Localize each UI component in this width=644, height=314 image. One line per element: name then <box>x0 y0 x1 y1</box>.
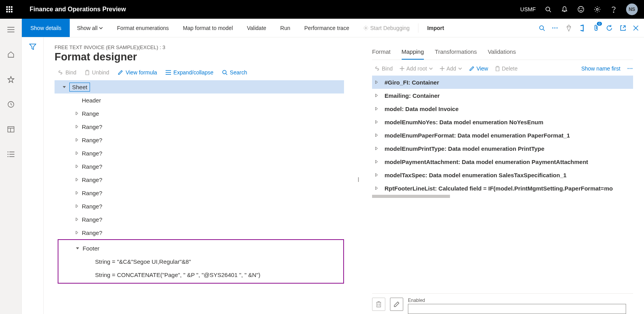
tree-toggle-icon[interactable] <box>75 231 82 235</box>
attachment-icon[interactable]: 0 <box>593 24 599 32</box>
tree-toggle-icon[interactable] <box>374 160 381 164</box>
tree-row[interactable]: Sheet <box>55 80 344 93</box>
office-icon[interactable] <box>579 25 586 32</box>
tree-row[interactable]: Range? <box>55 120 344 133</box>
start-debugging-button[interactable]: Start Debugging <box>356 19 416 37</box>
tree-row[interactable]: Range? <box>55 186 344 199</box>
delete-detail-button[interactable] <box>372 298 385 311</box>
tab-validations[interactable]: Validations <box>488 44 516 60</box>
tree-toggle-icon[interactable] <box>75 138 82 142</box>
mapping-row[interactable]: modelTaxSpec: Data model enumeration Sal… <box>372 168 633 182</box>
tree-toggle-icon[interactable] <box>374 93 381 97</box>
bell-icon[interactable] <box>561 5 568 13</box>
unbind-button[interactable]: Unbind <box>85 69 109 76</box>
user-avatar[interactable]: NS <box>626 4 638 15</box>
tree-toggle-icon[interactable] <box>75 151 82 155</box>
format-tree[interactable]: SheetHeaderRangeRange?Range?Range?Range?… <box>55 80 344 314</box>
mapping-row[interactable]: Emailing: Container <box>372 89 633 102</box>
add-button[interactable]: Add <box>440 65 462 72</box>
validate-button[interactable]: Validate <box>240 19 273 37</box>
tree-row[interactable]: Range? <box>55 213 344 226</box>
mapping-row[interactable]: modelEnumPaperFormat: Data model enumera… <box>372 129 633 142</box>
performance-trace-button[interactable]: Performance trace <box>297 19 356 37</box>
mapping-row[interactable]: modelEnumPrintType: Data model enumerati… <box>372 142 633 155</box>
format-enumerations-button[interactable]: Format enumerations <box>110 19 176 37</box>
tree-toggle-icon[interactable] <box>62 85 69 89</box>
tree-toggle-icon[interactable] <box>76 246 83 250</box>
tree-toggle-icon[interactable] <box>75 178 82 182</box>
mapping-row[interactable]: modelEnumNoYes: Data model enumeration N… <box>372 115 633 129</box>
tree-row[interactable]: String = CONCATENATE("Page", " &P ", "@S… <box>58 268 343 281</box>
tree-row[interactable]: Range? <box>55 226 344 239</box>
tree-row[interactable]: String = "&C&"Segoe UI,Regular"&8" <box>58 255 343 268</box>
clock-icon[interactable] <box>3 97 19 112</box>
view-formula-button[interactable]: View formula <box>118 69 157 76</box>
tree-toggle-icon[interactable] <box>75 164 82 168</box>
show-all-button[interactable]: Show all <box>70 19 110 37</box>
mapping-row[interactable]: RptFooterLineList: Calculated field = IF… <box>372 182 633 195</box>
show-name-first-button[interactable]: Show name first <box>581 65 620 72</box>
tree-toggle-icon[interactable] <box>374 146 381 150</box>
more-mapping-icon[interactable]: ··· <box>627 65 633 72</box>
map-format-button[interactable]: Map format to model <box>176 19 240 37</box>
tree-row[interactable]: Range <box>55 107 344 120</box>
enabled-field[interactable] <box>408 304 626 314</box>
bind-button[interactable]: Bind <box>58 69 76 76</box>
diamond-icon[interactable] <box>565 25 572 32</box>
map-bind-button[interactable]: Bind <box>374 65 393 72</box>
tree-row[interactable]: Range? <box>55 199 344 213</box>
close-icon[interactable] <box>633 25 639 31</box>
star-icon[interactable] <box>3 72 19 87</box>
tree-row[interactable]: Footer <box>58 242 343 255</box>
delete-button[interactable]: Delete <box>495 65 517 72</box>
tab-transformations[interactable]: Transformations <box>435 44 477 60</box>
run-button[interactable]: Run <box>273 19 297 37</box>
smiley-icon[interactable] <box>577 5 585 13</box>
tree-toggle-icon[interactable] <box>75 125 82 129</box>
expand-collapse-button[interactable]: Expand/collapse <box>166 69 213 76</box>
tree-toggle-icon[interactable] <box>374 186 381 190</box>
view-button[interactable]: View <box>469 65 488 72</box>
mapping-row[interactable]: model: Data model Invoice <box>372 102 633 115</box>
tree-row[interactable]: Header <box>55 93 344 107</box>
refresh-icon[interactable] <box>606 25 613 32</box>
tree-toggle-icon[interactable] <box>75 204 82 208</box>
horizontal-scrollbar[interactable] <box>372 195 633 199</box>
show-details-button[interactable]: Show details <box>22 19 70 37</box>
tree-toggle-icon[interactable] <box>374 120 381 124</box>
edit-detail-button[interactable] <box>390 298 403 311</box>
popout-icon[interactable] <box>620 25 626 31</box>
tree-toggle-icon[interactable] <box>374 107 381 111</box>
tree-toggle-icon[interactable] <box>75 111 82 115</box>
filter-icon[interactable] <box>29 44 36 314</box>
splitter[interactable]: || <box>356 44 360 314</box>
add-root-button[interactable]: Add root <box>400 65 433 72</box>
tree-toggle-icon[interactable] <box>374 133 381 137</box>
help-icon[interactable] <box>610 5 618 13</box>
tree-row[interactable]: Range? <box>55 160 344 173</box>
tree-row[interactable]: Range? <box>55 146 344 160</box>
workspace-icon[interactable] <box>3 122 19 137</box>
tree-toggle-icon[interactable] <box>374 173 381 177</box>
tree-row[interactable]: Range? <box>55 133 344 146</box>
mapping-row[interactable]: modelPaymentAttachment: Data model enume… <box>372 155 633 168</box>
modules-icon[interactable] <box>3 146 19 162</box>
search-cmd-icon[interactable] <box>539 25 545 31</box>
tree-toggle-icon[interactable] <box>374 80 381 84</box>
more-icon[interactable]: ··· <box>552 25 558 32</box>
mapping-tree[interactable]: #Giro_FI: ContainerEmailing: Containermo… <box>372 76 633 195</box>
search-tree-button[interactable]: Search <box>222 69 247 76</box>
gear-icon[interactable] <box>593 5 601 13</box>
import-button[interactable]: Import <box>420 19 451 37</box>
hamburger-icon[interactable] <box>3 22 19 37</box>
search-icon[interactable] <box>544 5 552 13</box>
tab-format[interactable]: Format <box>372 44 391 60</box>
home-icon[interactable] <box>3 47 19 62</box>
app-launcher[interactable] <box>0 0 19 19</box>
tree-row[interactable]: Range? <box>55 173 344 186</box>
tree-toggle-icon[interactable] <box>75 191 82 195</box>
tree-toggle-icon[interactable] <box>75 217 82 221</box>
mapping-row[interactable]: #Giro_FI: Container <box>372 76 633 89</box>
tab-mapping[interactable]: Mapping <box>402 44 424 60</box>
legal-entity[interactable]: USMF <box>520 6 536 12</box>
